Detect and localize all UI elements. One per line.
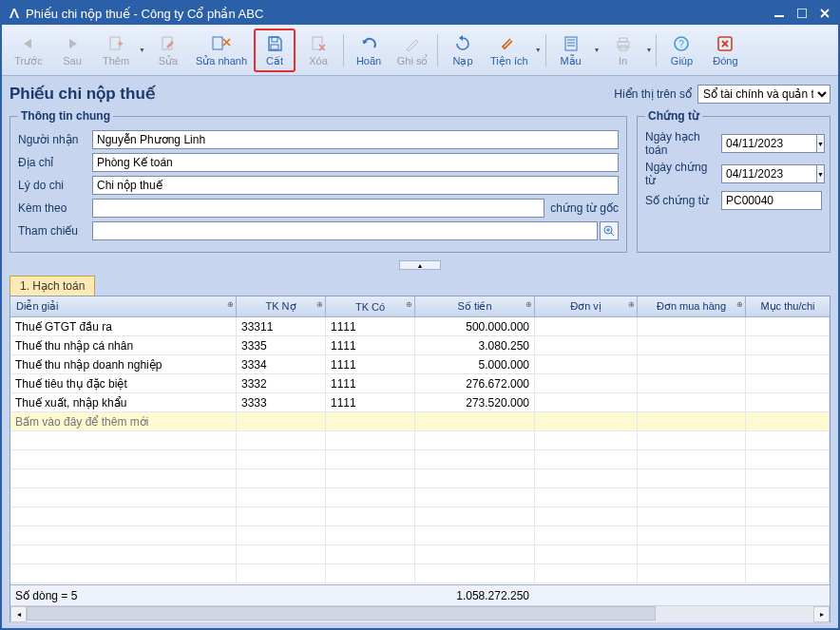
pin-icon: ⊕ [227,300,234,309]
help-icon: ? [671,33,692,54]
work-area: Phiếu chi nộp thuế Hiển thị trên sổ Sổ t… [2,76,838,630]
toolbar: Trước Sau Thêm ▼ Sửa Sửa nhanh Cất Xóa H… [2,25,838,76]
prev-button: Trước [8,29,49,72]
utility-button[interactable]: Tiện ích [486,29,533,72]
svg-rect-6 [271,45,278,49]
maximize-button[interactable] [794,6,810,21]
reload-icon [452,33,473,54]
edit-button: Sửa [147,29,189,72]
address-label: Địa chỉ [18,156,92,169]
col-credit-account[interactable]: TK Có⊕ [326,296,415,316]
col-debit-account[interactable]: TK Nợ⊕ [237,296,326,316]
grid: Diễn giải⊕ TK Nợ⊕ TK Có⊕ Số tiền⊕ Đơn vị… [10,296,830,622]
footer-total: 1.058.272.250 [415,585,535,605]
post-date-input[interactable] [721,134,816,153]
post-button: Ghi sổ [391,29,433,72]
close-window-button[interactable] [817,6,832,21]
display-on-select[interactable]: Sổ tài chính và quản trị [697,85,830,104]
page-title: Phiếu chi nộp thuế [10,84,614,104]
reason-input[interactable] [92,176,619,195]
pin-icon: ⊕ [525,300,532,309]
next-button: Sau [51,29,93,72]
col-item[interactable]: Mục thu/chi [746,296,830,316]
footer-row-count: Số dòng = 5 [10,585,237,605]
voucher-date-input[interactable] [721,164,816,183]
window-title: Phiếu chi nộp thuế - Công ty Cổ phần ABC [26,7,772,21]
svg-rect-10 [620,38,627,42]
col-amount[interactable]: Số tiền⊕ [415,296,535,316]
voucher-date-label: Ngày chứng từ [645,161,721,187]
template-button[interactable]: Mẫu [550,29,592,72]
grid-footer: Số dòng = 5 1.058.272.250 [10,584,830,605]
tab-accounting[interactable]: 1. Hạch toán [10,276,95,296]
reference-lookup-button[interactable] [600,221,619,240]
table-row[interactable]: Thuế GTGT đầu ra333111111500.000.000 [10,317,830,336]
fieldset-voucher: Chứng từ Ngày hạch toán ▼ Ngày chứng từ … [637,109,830,253]
empty-row [10,469,830,488]
close-icon [715,33,735,54]
chevron-down-icon: ▼ [139,47,145,53]
undo-button[interactable]: Hoãn [348,29,390,72]
save-icon [264,33,285,54]
pin-icon: ⊕ [406,300,412,309]
quick-edit-button[interactable]: Sửa nhanh [191,29,252,72]
quick-edit-icon [211,33,232,54]
table-row[interactable]: Thuế xuất, nhập khẩu33331111273.520.000 [10,393,830,412]
save-button[interactable]: Cất [254,29,296,72]
voucher-no-input[interactable] [721,191,822,210]
help-button[interactable]: ? Giúp [660,29,702,72]
svg-rect-1 [797,9,807,18]
pen-icon [402,33,423,54]
display-on-label: Hiển thị trên sổ [614,87,692,101]
pin-icon: ⊕ [628,300,635,309]
address-input[interactable] [92,153,619,172]
close-button[interactable]: Đóng [704,29,746,72]
new-row[interactable]: Bấm vào đây để thêm mới [10,412,830,431]
table-row[interactable]: Thuế tiêu thụ đặc biệt33321111276.672.00… [10,374,830,393]
col-description[interactable]: Diễn giải⊕ [10,296,237,316]
svg-rect-5 [272,37,277,42]
reference-input[interactable] [92,221,598,240]
delete-icon [308,33,329,54]
pin-icon: ⊕ [316,300,323,309]
edit-icon [158,33,179,54]
voucher-legend: Chứng từ [645,109,702,123]
reason-label: Lý do chi [18,179,92,192]
add-icon [105,33,126,54]
svg-rect-0 [774,15,784,17]
col-unit[interactable]: Đơn vị⊕ [535,296,638,316]
magnifier-plus-icon [603,225,615,237]
voucher-no-label: Số chứng từ [645,194,721,207]
recipient-input[interactable] [92,130,619,149]
svg-rect-7 [313,37,322,49]
empty-row [10,488,830,507]
empty-row [10,545,830,564]
collapse-handle[interactable]: ▲ [399,260,441,270]
svg-rect-4 [213,37,222,49]
recipient-label: Người nhận [18,133,92,146]
chevron-down-icon: ▼ [646,47,653,53]
attach-label: Kèm theo [18,201,92,215]
empty-row [10,526,830,545]
printer-icon [613,33,634,54]
general-legend: Thông tin chung [18,109,113,123]
table-row[interactable]: Thuế thu nhập cá nhân333511113.080.250 [10,336,830,355]
attach-input[interactable] [92,199,544,218]
template-icon [561,33,582,54]
table-row[interactable]: Thuế thu nhập doanh nghiệp333411115.000.… [10,355,830,374]
scroll-thumb[interactable] [27,606,656,620]
print-button: In [602,29,644,72]
chevron-down-icon[interactable]: ▼ [594,47,601,53]
col-purchase-order[interactable]: Đơn mua hàng⊕ [638,296,746,316]
scroll-right-button[interactable]: ▸ [813,606,830,622]
grid-body[interactable]: Thuế GTGT đầu ra333111111500.000.000Thuế… [10,317,830,584]
title-bar: Phiếu chi nộp thuế - Công ty Cổ phần ABC [2,2,838,25]
reload-button[interactable]: Nạp [442,29,484,72]
scroll-left-button[interactable]: ◂ [10,606,27,622]
minimize-button[interactable] [772,6,787,21]
horizontal-scrollbar[interactable]: ◂ ▸ [10,605,830,621]
empty-row [10,564,830,583]
chevron-down-icon[interactable]: ▼ [535,47,542,53]
post-date-dropdown[interactable]: ▼ [816,134,825,153]
voucher-date-dropdown[interactable]: ▼ [816,164,825,183]
